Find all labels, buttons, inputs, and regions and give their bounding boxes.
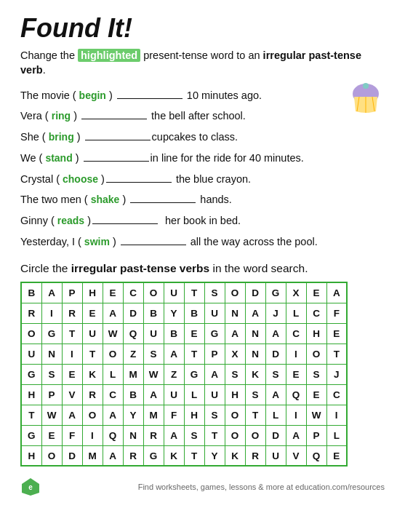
answer-blank bbox=[106, 172, 172, 183]
grid-cell: T bbox=[62, 323, 82, 344]
grid-cell: A bbox=[41, 282, 62, 303]
sentence-rest: hands. bbox=[197, 192, 232, 208]
answer-blank bbox=[84, 151, 149, 162]
grid-cell: O bbox=[225, 405, 245, 425]
grid-cell: K bbox=[82, 364, 103, 384]
grid-cell: E bbox=[62, 364, 82, 384]
grid-cell: J bbox=[265, 303, 286, 323]
cupcake-illustration bbox=[347, 81, 385, 125]
grid-cell: A bbox=[103, 303, 123, 323]
sentence-suffix: ) bbox=[119, 192, 129, 208]
grid-cell: A bbox=[245, 303, 265, 323]
answer-blank bbox=[81, 109, 147, 120]
grid-cell: A bbox=[225, 323, 245, 344]
grid-cell: I bbox=[286, 344, 306, 364]
ws-title-bold: irregular past-tense verbs bbox=[71, 262, 209, 274]
sentence-row: The two men ( shake ) hands. bbox=[20, 192, 385, 208]
sentence-prefix: Vera ( bbox=[20, 108, 52, 124]
grid-cell: O bbox=[225, 282, 245, 303]
grid-cell: T bbox=[184, 445, 204, 466]
grid-cell: M bbox=[143, 405, 164, 425]
grid-cell: E bbox=[306, 282, 326, 303]
sentence-suffix: ) bbox=[71, 108, 80, 124]
grid-cell: U bbox=[21, 344, 41, 364]
grid-cell: I bbox=[62, 344, 82, 364]
grid-cell: T bbox=[184, 344, 204, 364]
grid-cell: R bbox=[82, 384, 103, 405]
sentence-verb-tag: bring bbox=[49, 130, 74, 145]
grid-cell: E bbox=[286, 364, 306, 384]
education-logo-icon: e bbox=[20, 477, 41, 497]
sentence-prefix: She ( bbox=[20, 130, 49, 146]
grid-cell: R bbox=[62, 303, 82, 323]
grid-cell: G bbox=[204, 323, 225, 344]
sentence-prefix: The movie ( bbox=[20, 88, 79, 104]
instructions-end: . bbox=[43, 64, 46, 76]
grid-cell: C bbox=[123, 282, 143, 303]
grid-cell: S bbox=[225, 364, 245, 384]
grid-cell: O bbox=[41, 445, 62, 466]
grid-cell: D bbox=[265, 425, 286, 445]
grid-cell: H bbox=[82, 282, 103, 303]
grid-cell: M bbox=[82, 445, 103, 466]
grid-cell: N bbox=[245, 323, 265, 344]
grid-cell: Q bbox=[286, 384, 306, 405]
grid-cell: R bbox=[143, 425, 164, 445]
footer: e Find worksheets, games, lessons & more… bbox=[20, 477, 385, 497]
page-title: Found It! bbox=[20, 13, 385, 44]
grid-cell: W bbox=[41, 405, 62, 425]
sentence-suffix: ) bbox=[110, 234, 119, 250]
grid-cell: P bbox=[62, 282, 82, 303]
grid-cell: H bbox=[21, 384, 41, 405]
grid-cell: V bbox=[62, 384, 82, 405]
grid-cell: E bbox=[326, 323, 347, 344]
grid-cell: T bbox=[82, 344, 103, 364]
grid-cell: K bbox=[245, 364, 265, 384]
grid-cell: N bbox=[123, 425, 143, 445]
sentence-suffix: ) bbox=[84, 213, 91, 229]
sentence-row: The movie ( begin ) 10 minutes ago. bbox=[20, 88, 341, 104]
grid-cell: A bbox=[204, 364, 225, 384]
grid-cell: U bbox=[143, 323, 164, 344]
grid-cell: W bbox=[143, 364, 164, 384]
grid-cell: A bbox=[62, 405, 82, 425]
grid-cell: B bbox=[21, 282, 41, 303]
sentence-rest: the blue crayon. bbox=[173, 172, 251, 188]
sentence-suffix: ) bbox=[74, 130, 84, 146]
grid-cell: B bbox=[164, 323, 184, 344]
grid-cell: G bbox=[41, 323, 62, 344]
grid-cell: G bbox=[143, 445, 164, 466]
grid-cell: D bbox=[265, 344, 286, 364]
sentence-rest: all the way across the pool. bbox=[188, 234, 318, 250]
grid-cell: A bbox=[265, 384, 286, 405]
ws-title-suffix: in the word search. bbox=[209, 262, 308, 274]
grid-cell: N bbox=[41, 344, 62, 364]
grid-cell: G bbox=[265, 282, 286, 303]
grid-cell: I bbox=[326, 405, 347, 425]
grid-cell: O bbox=[245, 425, 265, 445]
sentence-rest: the bell after school. bbox=[148, 108, 246, 124]
grid-cell: E bbox=[82, 303, 103, 323]
sentence-prefix: Crystal ( bbox=[20, 172, 63, 188]
grid-cell: R bbox=[245, 445, 265, 466]
grid-cell: T bbox=[21, 405, 41, 425]
grid-cell: X bbox=[286, 282, 306, 303]
grid-cell: Y bbox=[204, 445, 225, 466]
grid-cell: Y bbox=[123, 405, 143, 425]
grid-cell: P bbox=[41, 384, 62, 405]
instructions: Change the highlighted present-tense wor… bbox=[20, 48, 385, 78]
grid-cell: Q bbox=[123, 323, 143, 344]
grid-cell: Y bbox=[164, 303, 184, 323]
grid-cell: A bbox=[164, 425, 184, 445]
grid-cell: E bbox=[306, 384, 326, 405]
grid-cell: O bbox=[143, 282, 164, 303]
grid-cell: Q bbox=[306, 445, 326, 466]
grid-cell: J bbox=[326, 364, 347, 384]
grid-cell: W bbox=[103, 323, 123, 344]
answer-blank bbox=[92, 214, 158, 225]
grid-cell: U bbox=[164, 282, 184, 303]
sentence-verb-tag: shake bbox=[91, 192, 120, 207]
sentence-verb-tag: ring bbox=[52, 108, 71, 124]
grid-cell: T bbox=[184, 282, 204, 303]
grid-cell: Q bbox=[103, 425, 123, 445]
